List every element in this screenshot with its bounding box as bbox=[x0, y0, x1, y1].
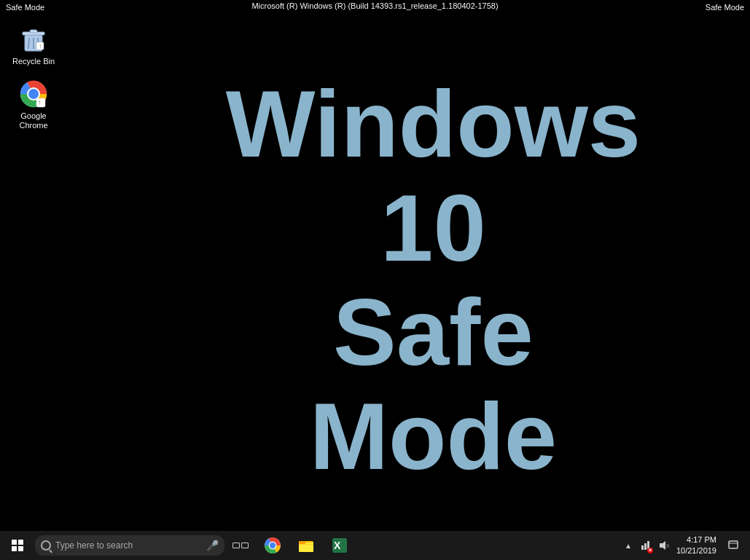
svg-marker-25 bbox=[660, 541, 665, 550]
search-bar[interactable]: Type here to search 🎤 bbox=[35, 535, 224, 556]
svg-text:↑: ↑ bbox=[38, 99, 41, 106]
chevron-up-icon: ▲ bbox=[625, 542, 632, 550]
top-bar: Safe Mode Safe Mode bbox=[0, 0, 750, 15]
taskbar-excel-button[interactable]: X bbox=[324, 531, 356, 560]
taskbar: Type here to search 🎤 bbox=[0, 531, 750, 560]
network-icon[interactable]: ✕ bbox=[638, 535, 653, 556]
task-view-icon bbox=[233, 543, 249, 548]
clock-time: 4:17 PM bbox=[687, 535, 716, 545]
svg-text:↑: ↑ bbox=[39, 43, 42, 50]
microphone-icon: 🎤 bbox=[206, 540, 219, 551]
watermark: Windows 10 Safe Mode bbox=[226, 72, 641, 489]
svg-rect-23 bbox=[644, 543, 647, 550]
taskbar-explorer-button[interactable] bbox=[290, 531, 322, 560]
recycle-bin-icon: ↑ bbox=[19, 25, 48, 54]
svg-rect-18 bbox=[299, 541, 305, 544]
svg-rect-27 bbox=[729, 541, 738, 548]
windows-logo-icon bbox=[12, 540, 23, 551]
svg-rect-19 bbox=[300, 544, 313, 545]
show-hidden-icons-button[interactable]: ▲ bbox=[621, 535, 636, 556]
watermark-line2: Safe Mode bbox=[226, 280, 641, 489]
svg-text:))): ))) bbox=[666, 543, 669, 548]
svg-line-3 bbox=[28, 38, 29, 49]
svg-rect-2 bbox=[30, 30, 37, 33]
svg-point-15 bbox=[270, 543, 276, 548]
notification-icon bbox=[727, 540, 739, 551]
top-safe-mode-right: Safe Mode bbox=[706, 3, 744, 12]
notification-center-button[interactable] bbox=[722, 531, 744, 560]
search-icon bbox=[41, 540, 51, 551]
start-button[interactable] bbox=[3, 531, 32, 560]
network-error-badge: ✕ bbox=[647, 548, 653, 553]
svg-point-10 bbox=[28, 89, 39, 99]
search-placeholder: Type here to search bbox=[55, 540, 133, 551]
task-view-button[interactable] bbox=[227, 531, 254, 560]
recycle-bin-icon-item[interactable]: ↑ Recycle Bin bbox=[7, 22, 60, 69]
taskbar-apps: X bbox=[257, 531, 356, 560]
recycle-bin-label: Recycle Bin bbox=[12, 57, 55, 66]
volume-icon[interactable]: ))) bbox=[656, 535, 671, 556]
clock-date: 10/21/2019 bbox=[676, 545, 716, 556]
top-safe-mode-left: Safe Mode bbox=[6, 3, 44, 12]
taskbar-chrome-button[interactable] bbox=[257, 531, 289, 560]
watermark-line1: Windows 10 bbox=[226, 72, 641, 280]
svg-text:X: X bbox=[334, 540, 341, 551]
svg-rect-22 bbox=[641, 545, 644, 550]
clock[interactable]: 4:17 PM 10/21/2019 bbox=[673, 535, 719, 557]
desktop-icons: ↑ Recycle Bin bbox=[0, 15, 67, 141]
google-chrome-icon-item[interactable]: ↑ Google Chrome bbox=[7, 76, 60, 133]
system-tray: ▲ ✕ ))) 4:17 PM 10/21/2019 bbox=[621, 531, 747, 560]
google-chrome-label: Google Chrome bbox=[10, 111, 57, 130]
google-chrome-icon: ↑ bbox=[19, 79, 48, 109]
